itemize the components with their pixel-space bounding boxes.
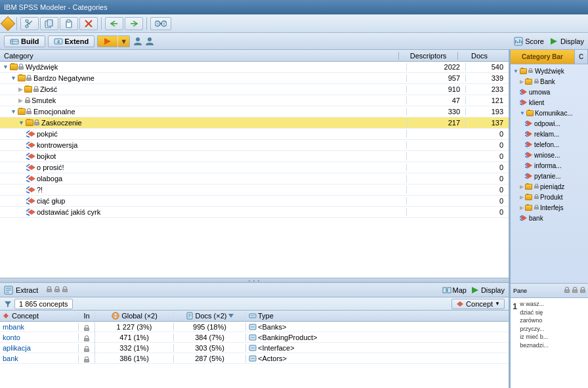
map-button[interactable]: Map <box>442 286 467 295</box>
table-row[interactable]: ciąć głup 0 <box>0 196 509 207</box>
folder-icon <box>24 86 32 93</box>
concept-button[interactable]: Concept ▼ <box>452 299 505 309</box>
table-row[interactable]: kontrowersja 0 <box>0 140 509 151</box>
table-row[interactable]: olaboga 0 <box>0 173 509 184</box>
tree-expand-icon[interactable]: ▼ <box>513 68 518 74</box>
right-tree-item[interactable]: informa... <box>512 160 587 171</box>
tab-c[interactable]: C <box>575 50 588 64</box>
row-label: Zaskoczenie <box>41 119 82 127</box>
table-row[interactable]: ▶ Smutek 47 121 <box>0 95 509 106</box>
right-tree-item[interactable]: wniose... <box>512 150 587 160</box>
row-label: ?! <box>37 186 43 194</box>
row-docs: 137 <box>466 119 509 127</box>
concept-link[interactable]: mbank <box>3 323 24 331</box>
right-tree-item[interactable]: umowa <box>512 87 587 97</box>
concept-link[interactable]: aplikacja <box>3 344 31 352</box>
expand-icon[interactable]: ▼ <box>18 119 24 126</box>
table-row[interactable]: bojkot 0 <box>0 151 509 162</box>
table-row[interactable]: ?! 0 <box>0 184 509 196</box>
concept-global: 386 (1%) <box>95 355 174 362</box>
row-name: kontrowersja <box>0 141 407 149</box>
tree-item-label: klient <box>529 99 544 106</box>
score-button[interactable]: Score <box>514 37 544 46</box>
svg-rect-35 <box>443 288 446 293</box>
right-tree-item[interactable]: ▶ pieniądz <box>512 181 587 192</box>
sep2 <box>101 17 102 30</box>
display-button-extract[interactable]: Display <box>471 286 505 295</box>
tree-expand-icon[interactable]: ▶ <box>520 79 524 85</box>
right-tree-item[interactable]: klient <box>512 97 587 108</box>
right-tree-item[interactable]: telefon... <box>512 139 587 150</box>
concept-dropdown-icon[interactable]: ▼ <box>495 301 500 307</box>
table-row[interactable]: pokpić 0 <box>0 129 509 140</box>
folder-icon <box>18 108 26 115</box>
table-row[interactable]: o prosić! 0 <box>0 162 509 173</box>
back-button[interactable] <box>105 17 123 30</box>
right-tree-item[interactable]: odpowi... <box>512 118 587 129</box>
list-item[interactable]: bank 386 (1%) 287 (5%) <box>0 353 509 364</box>
tab-category-bar[interactable]: Category Bar <box>511 50 575 64</box>
lock-icon <box>534 194 539 200</box>
lock-btn-3[interactable] <box>579 287 585 294</box>
extend-label: Extend <box>65 37 89 45</box>
find-button[interactable] <box>150 17 171 30</box>
paste-button[interactable] <box>60 17 78 30</box>
expand-icon[interactable]: ▼ <box>3 64 9 70</box>
expand-icon[interactable]: ▼ <box>10 108 16 115</box>
list-item[interactable]: mbank 1 227 (3%) 995 (18%) <box>0 322 509 332</box>
row-docs: 0 <box>466 163 509 171</box>
horizontal-splitter[interactable]: • • • <box>0 278 509 283</box>
tree-expand-icon[interactable]: ▼ <box>520 110 525 116</box>
forward-button[interactable] <box>125 17 143 30</box>
concept-name: mbank <box>0 323 79 331</box>
table-row[interactable]: ▶ Złość 910 233 <box>0 84 509 95</box>
concept-link[interactable]: bank <box>3 355 18 362</box>
right-tree-item[interactable]: ▼ Wydźwięk <box>512 66 587 76</box>
lock-btn-1[interactable] <box>564 287 570 294</box>
lock-btn-2[interactable] <box>572 287 578 294</box>
right-tree-item[interactable]: ▼ Komunikac... <box>512 108 587 118</box>
svg-point-1 <box>26 20 28 22</box>
tree-expand-icon[interactable]: ▶ <box>520 205 524 211</box>
right-tree-item[interactable]: ▶ Produkt <box>512 192 587 202</box>
right-panel: Category Bar C ▼ Wydźwięk ▶ <box>509 50 588 388</box>
delete-button[interactable] <box>79 17 98 30</box>
tree-item-label: Interfejs <box>540 204 564 211</box>
table-row[interactable]: ▼ Wydźwięk 2022 540 <box>0 62 509 73</box>
term-icon <box>26 141 35 149</box>
expand-icon[interactable]: ▶ <box>18 97 23 104</box>
build-button[interactable]: Build <box>4 35 45 47</box>
right-tree-item[interactable]: pytanie... <box>512 171 587 181</box>
table-row[interactable]: ▼ Bardzo Negatywne 957 <box>0 73 509 84</box>
col-docs-header: Docs (×2) <box>174 312 246 320</box>
concept-link[interactable]: konto <box>3 334 20 341</box>
forward-icon <box>129 19 138 28</box>
tree-expand-icon[interactable]: ▶ <box>520 194 524 200</box>
table-row[interactable]: ▼ Zaskoczenie 217 13 <box>0 118 509 129</box>
arrow-dropdown-btn[interactable]: ▼ <box>118 35 130 47</box>
extend-button[interactable]: 4 Extend <box>48 35 95 47</box>
right-tree-item[interactable]: ▶ Bank <box>512 76 587 87</box>
arrow-action-btn[interactable] <box>97 35 117 47</box>
copy-button[interactable] <box>40 17 58 30</box>
category-table: Category Descriptors Docs ▼ <box>0 50 509 278</box>
right-tree-item[interactable]: reklam... <box>512 129 587 139</box>
lock-icon <box>84 356 90 364</box>
cut-button[interactable] <box>20 17 39 30</box>
svg-marker-30 <box>551 38 557 45</box>
folder-icon <box>525 194 532 200</box>
expand-icon[interactable]: ▼ <box>10 75 16 81</box>
tree-expand-icon[interactable]: ▶ <box>520 184 524 190</box>
row-docs: 0 <box>466 197 509 205</box>
table-row[interactable]: ▼ Emocjonalne 330 19 <box>0 106 509 118</box>
expand-icon[interactable]: ▶ <box>18 86 23 93</box>
table-row[interactable]: odstawiać jakiś cyrk 0 <box>0 207 509 218</box>
list-item[interactable]: konto 471 (1%) 384 (7%) <box>0 332 509 343</box>
display-button[interactable]: Display <box>549 37 584 46</box>
right-tree-item[interactable]: bank <box>512 213 587 223</box>
row-label: ciąć głup <box>37 197 65 205</box>
list-item[interactable]: aplikacja 332 (1%) 303 (5%) <box>0 343 509 353</box>
tree-item-label: Produkt <box>540 194 562 201</box>
row-docs: 193 <box>466 108 509 116</box>
right-tree-item[interactable]: ▶ Interfejs <box>512 202 587 213</box>
